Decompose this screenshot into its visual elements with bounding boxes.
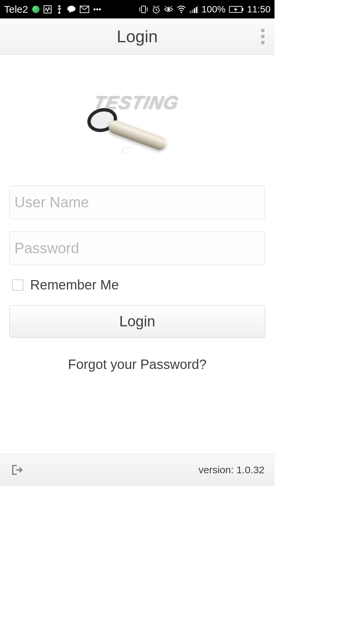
status-bar: Tele2 100%	[0, 0, 275, 18]
svg-rect-18	[190, 11, 191, 13]
svg-rect-20	[194, 8, 195, 13]
magnifier-icon	[87, 108, 117, 132]
carrier-label: Tele2	[4, 4, 28, 15]
svg-point-2	[67, 6, 75, 12]
svg-point-5	[96, 8, 98, 10]
version-label: version: 1.0.32	[198, 464, 264, 476]
svg-rect-24	[242, 8, 243, 11]
username-input[interactable]	[9, 185, 265, 219]
testing-logo: TESTING C	[87, 88, 188, 155]
globe-icon	[32, 6, 40, 13]
battery-percent: 100%	[201, 4, 226, 15]
svg-line-14	[165, 6, 166, 7]
signal-icon	[189, 6, 198, 13]
logo-area: TESTING C	[9, 58, 265, 185]
more-icon	[93, 8, 101, 11]
mail-icon	[80, 6, 89, 13]
app-bar: Login	[0, 18, 275, 55]
exit-button[interactable]	[10, 463, 24, 477]
svg-point-1	[58, 12, 60, 14]
remember-me-label: Remember Me	[30, 277, 119, 292]
remember-me-checkbox[interactable]	[12, 279, 23, 291]
svg-point-6	[99, 8, 101, 10]
forgot-password-link[interactable]: Forgot your Password?	[9, 357, 265, 372]
password-input[interactable]	[9, 231, 265, 265]
login-button[interactable]: Login	[9, 305, 265, 337]
svg-line-11	[153, 6, 155, 7]
overflow-menu-button[interactable]	[261, 29, 264, 44]
status-left: Tele2	[4, 4, 101, 15]
menu-dot-icon	[261, 29, 264, 32]
vibrate-icon	[138, 5, 148, 13]
activity-icon	[44, 5, 52, 13]
menu-dot-icon	[261, 41, 264, 44]
svg-point-4	[94, 8, 96, 10]
svg-line-12	[158, 6, 159, 7]
logo-reflection: C	[118, 144, 134, 156]
wifi-icon	[177, 6, 186, 13]
alarm-icon	[152, 5, 161, 14]
svg-rect-7	[141, 6, 145, 13]
battery-icon	[229, 6, 244, 13]
message-icon	[67, 5, 76, 13]
svg-line-16	[171, 6, 172, 7]
menu-dot-icon	[261, 35, 264, 38]
content-area: TESTING C Remember Me Login Forgot your …	[0, 55, 275, 372]
svg-point-17	[181, 12, 182, 13]
eye-icon	[164, 6, 173, 13]
svg-point-13	[167, 8, 170, 11]
usb-icon	[56, 5, 63, 14]
time-label: 11:50	[247, 4, 270, 15]
footer-bar: version: 1.0.32	[0, 454, 275, 486]
remember-me-row[interactable]: Remember Me	[9, 277, 265, 292]
svg-rect-21	[196, 7, 197, 13]
status-right: 100% 11:50	[138, 4, 270, 15]
page-title: Login	[117, 27, 158, 46]
svg-rect-19	[192, 10, 193, 13]
